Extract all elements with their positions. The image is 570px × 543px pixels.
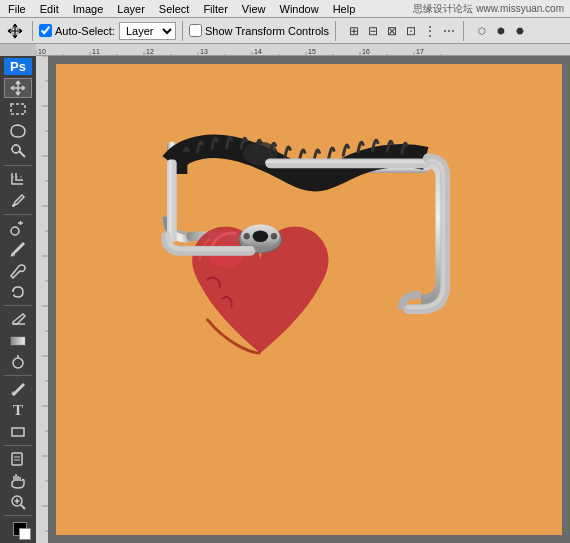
auto-select-checkbox[interactable] [39,24,52,37]
svg-rect-44 [12,428,24,436]
transform-icons: ⬡ ⬢ ⬣ [474,23,528,39]
svg-point-27 [12,145,20,153]
tool-sep2 [4,214,32,215]
lt-move-tool[interactable] [4,78,32,98]
sep2 [182,21,183,41]
ruler-top: 10 11 12 13 14 15 16 17 [36,44,570,56]
svg-point-82 [244,233,250,239]
align-center-icon[interactable]: ⊟ [365,23,381,39]
lt-history-brush-tool[interactable] [4,282,32,302]
lt-zoom-tool[interactable] [4,492,32,512]
right-pipe [265,158,430,168]
watermark-text: 思缘设计论坛 www.missyuan.com [413,2,568,16]
text-tool-T: T [13,402,23,419]
distribute-icon[interactable]: ⋮ [422,23,438,39]
lt-heal-tool[interactable] [4,218,32,238]
photoshop-canvas [56,64,562,535]
svg-point-41 [13,358,23,368]
auto-select-label[interactable]: Auto-Select: [39,24,115,37]
svg-point-34 [11,227,19,235]
align-right-icon[interactable]: ⊠ [384,23,400,39]
lt-eraser-tool[interactable] [4,309,32,329]
menu-layer[interactable]: Layer [111,2,151,16]
main-area: Ps [0,56,570,543]
align-icons: ⊞ ⊟ ⊠ ⊡ ⋮ ⋯ [346,23,457,39]
ruler-top-svg: 10 11 12 13 14 15 16 17 [36,44,570,56]
sep1 [32,21,33,41]
svg-text:12: 12 [146,48,154,55]
svg-text:16: 16 [362,48,370,55]
ruler-left: 1 [36,56,48,543]
lt-crop-tool[interactable] [4,169,32,189]
svg-rect-40 [11,337,25,345]
distribute2-icon[interactable]: ⋯ [441,23,457,39]
lt-gradient-tool[interactable] [4,330,32,350]
distribute4-icon[interactable]: ⬣ [512,23,528,39]
left-pipe-lower [167,159,177,242]
svg-rect-0 [36,44,570,56]
lt-rect-select-tool[interactable] [4,99,32,119]
options-toolbar: Auto-Select: Layer Group Show Transform … [0,18,570,44]
svg-rect-45 [12,453,22,465]
lt-shape-tool[interactable] [4,422,32,442]
svg-point-83 [271,233,277,239]
lt-brush-tool[interactable] [4,239,32,259]
svg-text:10: 10 [38,48,46,55]
menu-help[interactable]: Help [327,2,362,16]
tool-sep3 [4,305,32,306]
lt-text-tool[interactable]: T [4,400,32,420]
svg-rect-88 [265,160,430,163]
lt-lasso-tool[interactable] [4,120,32,140]
menu-view[interactable]: View [236,2,272,16]
svg-point-84 [253,230,269,242]
tool-sep5 [4,445,32,446]
lt-notes-tool[interactable] [4,449,32,469]
ps-logo: Ps [4,58,32,75]
lt-hand-tool[interactable] [4,470,32,490]
svg-text:15: 15 [308,48,316,55]
lt-clone-tool[interactable] [4,260,32,280]
left-toolbar: Ps [0,56,36,543]
menu-bar: File Edit Image Layer Select Filter View… [0,0,570,18]
svg-text:14: 14 [254,48,262,55]
menu-file[interactable]: File [2,2,32,16]
menu-window[interactable]: Window [274,2,325,16]
tool-sep1 [4,165,32,166]
align-top-icon[interactable]: ⊡ [403,23,419,39]
lt-dodge-tool[interactable] [4,352,32,372]
show-transform-checkbox[interactable] [189,24,202,37]
svg-line-26 [19,151,25,157]
svg-text:11: 11 [92,48,100,55]
menu-select[interactable]: Select [153,2,196,16]
lt-color-swatch[interactable] [4,519,32,541]
distribute3-icon[interactable]: ⬢ [493,23,509,39]
background-color [19,528,31,540]
show-transform-label[interactable]: Show Transform Controls [189,24,329,37]
tool-sep6 [4,515,32,516]
svg-text:13: 13 [200,48,208,55]
align-left-icon[interactable]: ⊞ [346,23,362,39]
svg-rect-86 [169,159,172,242]
menu-image[interactable]: Image [67,2,110,16]
lt-magic-wand-tool[interactable] [4,142,32,162]
svg-line-49 [21,505,25,509]
show-transform-text: Show Transform Controls [205,25,329,37]
layer-dropdown[interactable]: Layer Group [119,22,176,40]
sep3 [335,21,336,41]
svg-point-33 [12,204,15,207]
svg-rect-25 [11,104,25,114]
sep4 [463,21,464,41]
menu-filter[interactable]: Filter [197,2,233,16]
lt-eyedropper-tool[interactable] [4,190,32,210]
svg-text:17: 17 [416,48,424,55]
svg-rect-52 [36,56,48,543]
arrange-icon[interactable]: ⬡ [474,23,490,39]
move-tool-btn[interactable] [4,20,26,42]
lt-pen-tool[interactable] [4,379,32,399]
menu-edit[interactable]: Edit [34,2,65,16]
auto-select-text: Auto-Select: [55,25,115,37]
tool-sep4 [4,375,32,376]
canvas-area: 1 [36,56,570,543]
artwork-svg [56,64,562,535]
